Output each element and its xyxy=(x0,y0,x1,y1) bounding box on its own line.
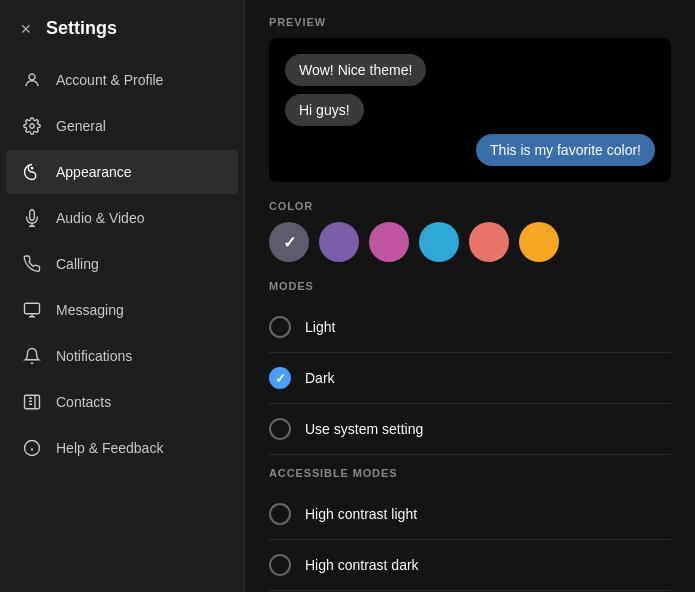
color-purple[interactable] xyxy=(319,222,359,262)
sidebar-item-help-label: Help & Feedback xyxy=(56,440,163,456)
sidebar-item-audio-video[interactable]: Audio & Video xyxy=(6,196,238,240)
sidebar-item-audio-video-label: Audio & Video xyxy=(56,210,144,226)
sidebar-item-general[interactable]: General xyxy=(6,104,238,148)
sidebar-item-contacts[interactable]: Contacts xyxy=(6,380,238,424)
appearance-icon xyxy=(22,162,42,182)
radio-high-contrast-light xyxy=(269,503,291,525)
sidebar-item-notifications-label: Notifications xyxy=(56,348,132,364)
mode-light[interactable]: Light xyxy=(269,302,671,353)
check-gray: ✓ xyxy=(283,233,296,252)
svg-rect-4 xyxy=(25,395,40,409)
preview-label: PREVIEW xyxy=(269,16,671,28)
chat-bubble-received-2: Hi guys! xyxy=(285,94,364,126)
main-content: PREVIEW Wow! Nice theme! Hi guys! This i… xyxy=(245,0,695,592)
color-section: COLOR ✓ xyxy=(269,200,671,262)
bubble-row-2: Hi guys! xyxy=(285,94,655,126)
mode-system-label: Use system setting xyxy=(305,421,423,437)
color-orange[interactable] xyxy=(519,222,559,262)
sidebar-item-calling-label: Calling xyxy=(56,256,99,272)
chat-bubble-sent-1: This is my favorite color! xyxy=(476,134,655,166)
sidebar-item-general-label: General xyxy=(56,118,106,134)
mode-high-contrast-light[interactable]: High contrast light xyxy=(269,489,671,540)
sidebar-nav: Account & Profile General Appearance xyxy=(0,57,244,471)
radio-light xyxy=(269,316,291,338)
close-button[interactable]: ✕ xyxy=(16,19,36,39)
modes-section: MODES Light Dark Use system setting xyxy=(269,280,671,455)
color-label: COLOR xyxy=(269,200,671,212)
sidebar-item-appearance-label: Appearance xyxy=(56,164,132,180)
color-options: ✓ xyxy=(269,222,671,262)
mode-high-contrast-dark[interactable]: High contrast dark xyxy=(269,540,671,591)
sidebar-item-account-label: Account & Profile xyxy=(56,72,163,88)
mode-dark-label: Dark xyxy=(305,370,335,386)
sidebar-item-account[interactable]: Account & Profile xyxy=(6,58,238,102)
sidebar-item-calling[interactable]: Calling xyxy=(6,242,238,286)
sidebar-header: ✕ Settings xyxy=(0,12,244,57)
audio-video-icon xyxy=(22,208,42,228)
mode-high-contrast-light-label: High contrast light xyxy=(305,506,417,522)
preview-box: Wow! Nice theme! Hi guys! This is my fav… xyxy=(269,38,671,182)
sidebar-item-appearance[interactable]: Appearance xyxy=(6,150,238,194)
radio-system xyxy=(269,418,291,440)
color-pink[interactable] xyxy=(369,222,409,262)
svg-point-2 xyxy=(31,168,33,170)
svg-rect-3 xyxy=(25,303,40,314)
color-gray[interactable]: ✓ xyxy=(269,222,309,262)
modes-label: MODES xyxy=(269,280,671,292)
bubble-row-3: This is my favorite color! xyxy=(285,134,655,166)
sidebar-item-messaging[interactable]: Messaging xyxy=(6,288,238,332)
sidebar-item-messaging-label: Messaging xyxy=(56,302,124,318)
contacts-icon xyxy=(22,392,42,412)
accessible-section: ACCESSIBLE MODES High contrast light Hig… xyxy=(269,467,671,591)
sidebar-item-notifications[interactable]: Notifications xyxy=(6,334,238,378)
bubble-row-1: Wow! Nice theme! xyxy=(285,54,655,86)
settings-title: Settings xyxy=(46,18,117,39)
account-icon xyxy=(22,70,42,90)
sidebar: ✕ Settings Account & Profile General xyxy=(0,0,245,592)
mode-system[interactable]: Use system setting xyxy=(269,404,671,455)
sidebar-item-help[interactable]: Help & Feedback xyxy=(6,426,238,470)
svg-point-1 xyxy=(30,124,35,129)
radio-high-contrast-dark xyxy=(269,554,291,576)
notifications-icon xyxy=(22,346,42,366)
sidebar-item-contacts-label: Contacts xyxy=(56,394,111,410)
messaging-icon xyxy=(22,300,42,320)
calling-icon xyxy=(22,254,42,274)
mode-dark[interactable]: Dark xyxy=(269,353,671,404)
mode-light-label: Light xyxy=(305,319,335,335)
color-coral[interactable] xyxy=(469,222,509,262)
color-blue[interactable] xyxy=(419,222,459,262)
radio-dark xyxy=(269,367,291,389)
help-icon xyxy=(22,438,42,458)
accessible-label: ACCESSIBLE MODES xyxy=(269,467,671,479)
chat-bubble-received-1: Wow! Nice theme! xyxy=(285,54,426,86)
mode-high-contrast-dark-label: High contrast dark xyxy=(305,557,419,573)
general-icon xyxy=(22,116,42,136)
svg-point-0 xyxy=(29,74,35,80)
